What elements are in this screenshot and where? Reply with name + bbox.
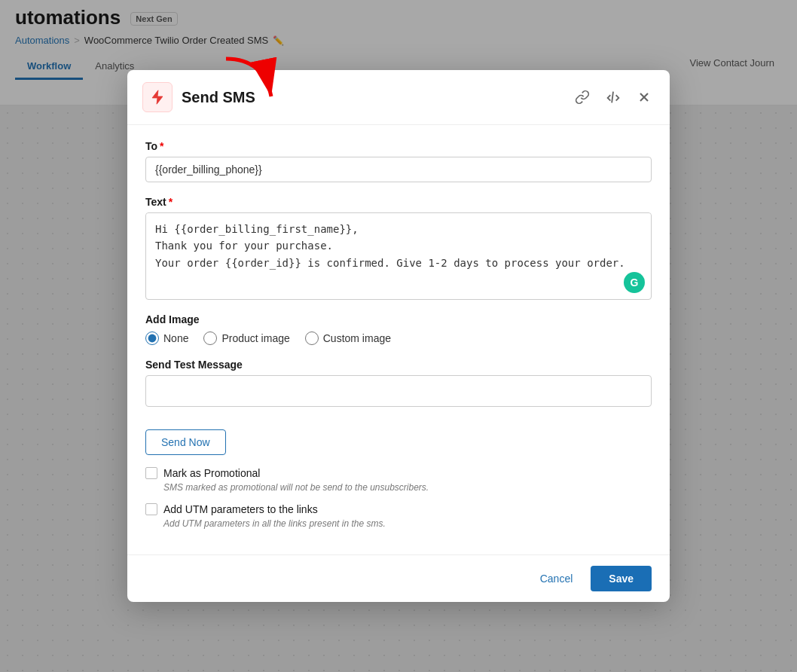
to-input[interactable]: [145, 157, 652, 182]
promotional-checkbox[interactable]: [145, 467, 157, 479]
cancel-button[interactable]: Cancel: [531, 567, 582, 591]
modal-body: To * Text * Hi {{order_billing_first_nam…: [127, 125, 670, 554]
send-test-group: Send Test Message: [145, 359, 652, 407]
text-required: *: [169, 196, 173, 208]
code-button[interactable]: [602, 86, 624, 108]
to-label: To *: [145, 140, 652, 152]
to-field-group: To *: [145, 140, 652, 182]
textarea-wrapper: Hi {{order_billing_first_name}}, Thank y…: [145, 212, 652, 300]
radio-product-label: Product image: [221, 332, 289, 344]
utm-label: Add UTM parameters to the links: [163, 503, 318, 515]
text-textarea[interactable]: Hi {{order_billing_first_name}}, Thank y…: [146, 213, 651, 296]
modal-overlay: Send SMS: [0, 0, 797, 672]
modal-header: Send SMS: [127, 70, 670, 125]
link-button[interactable]: [572, 87, 593, 108]
close-button[interactable]: [634, 87, 655, 108]
radio-none-label: None: [163, 332, 188, 344]
promotional-group: Mark as Promotional SMS marked as promot…: [145, 467, 652, 529]
radio-product[interactable]: Product image: [203, 331, 289, 345]
radio-product-input[interactable]: [203, 331, 217, 345]
promotional-hint: SMS marked as promotional will not be se…: [163, 482, 652, 493]
text-label: Text *: [145, 196, 652, 208]
utm-hint: Add UTM parameters in all the links pres…: [163, 518, 652, 529]
add-image-label: Add Image: [145, 313, 652, 325]
modal-actions: [572, 86, 655, 108]
send-now-container: Send Now: [145, 420, 652, 455]
save-button[interactable]: Save: [591, 566, 652, 591]
sms-icon-container: [142, 82, 173, 112]
text-field-group: Text * Hi {{order_billing_first_name}}, …: [145, 196, 652, 300]
radio-none[interactable]: None: [145, 331, 188, 345]
utm-checkbox[interactable]: [145, 503, 157, 515]
radio-custom-label: Custom image: [323, 332, 391, 344]
promotional-label: Mark as Promotional: [163, 467, 260, 479]
send-sms-modal: Send SMS: [127, 70, 670, 602]
add-image-group: Add Image None Product image Custom imag…: [145, 313, 652, 345]
modal-title: Send SMS: [182, 89, 563, 106]
modal-footer: Cancel Save: [127, 554, 670, 602]
promotional-option: Mark as Promotional: [145, 467, 652, 479]
to-required: *: [160, 140, 163, 152]
radio-custom[interactable]: Custom image: [305, 331, 391, 345]
utm-option: Add UTM parameters to the links: [145, 503, 652, 515]
lightning-icon: [149, 89, 166, 105]
send-now-button[interactable]: Send Now: [145, 429, 226, 455]
grammarly-button[interactable]: G: [624, 272, 645, 293]
send-test-label: Send Test Message: [145, 359, 652, 371]
image-radio-group: None Product image Custom image: [145, 331, 652, 345]
radio-custom-input[interactable]: [305, 331, 319, 345]
send-test-input[interactable]: [145, 375, 652, 407]
radio-none-input[interactable]: [145, 331, 159, 345]
